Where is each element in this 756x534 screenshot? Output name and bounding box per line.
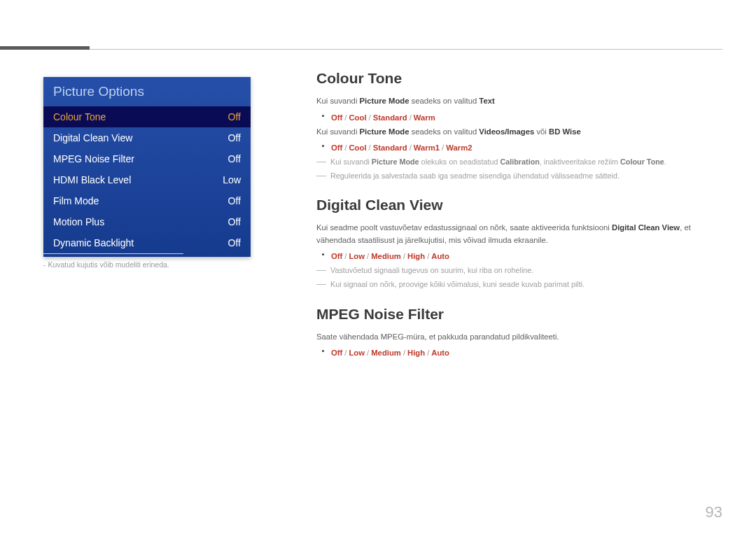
note-text: Kui signaal on nõrk, proovige kõiki võim…: [330, 279, 584, 290]
heading-mpeg-noise-filter: MPEG Noise Filter: [316, 306, 722, 323]
menu-item-value: Off: [228, 237, 241, 248]
bold-videos-images: Videos/Images: [479, 127, 534, 136]
option-cool: Cool: [349, 113, 366, 122]
menu-item-motion-plus[interactable]: Motion Plus Off: [43, 211, 251, 232]
heading-colour-tone: Colour Tone: [316, 70, 722, 87]
text: .: [664, 157, 666, 166]
footnote: - Kuvatud kujutis võib mudeliti erineda.: [43, 260, 169, 269]
text: seadeks on valitud: [409, 127, 479, 136]
dash-icon: ―: [316, 156, 326, 167]
text: Kui suvandi: [330, 157, 372, 166]
option-high: High: [407, 252, 425, 260]
dcv-note2: ― Kui signaal on nõrk, proovige kõiki võ…: [316, 279, 722, 290]
option-auto: Auto: [431, 252, 449, 260]
menu-item-label: Dynamic Backlight: [53, 237, 134, 248]
menu-item-hdmi-black-level[interactable]: HDMI Black Level Low: [43, 169, 251, 190]
dcv-note1: ― Vastuvõetud signaali tugevus on suurim…: [316, 265, 722, 276]
header-rule: [90, 49, 722, 50]
option-off: Off: [331, 252, 342, 260]
menu-item-label: Film Mode: [53, 195, 99, 206]
option-auto: Auto: [431, 349, 449, 357]
page-number: 93: [706, 503, 722, 521]
ct-opts1: Off/Cool/Standard/Warm: [322, 111, 722, 123]
header-accent-bar: [0, 46, 90, 50]
ct-line2: Kui suvandi Picture Mode seadeks on vali…: [316, 126, 722, 139]
dash-icon: ―: [316, 279, 326, 289]
text: Kui suvandi: [316, 127, 360, 136]
dcv-opts: Off/Low/Medium/High/Auto: [322, 249, 722, 262]
content-column: Colour Tone Kui suvandi Picture Mode sea…: [316, 70, 722, 361]
option-off: Off: [331, 143, 342, 152]
bold-picture-mode: Picture Mode: [360, 97, 410, 105]
footnote-dash: -: [43, 260, 46, 269]
text: , inaktiveeritakse režiim: [540, 157, 620, 166]
menu-item-value: Off: [228, 195, 241, 206]
menu-item-mpeg-noise-filter[interactable]: MPEG Noise Filter Off: [43, 148, 251, 169]
option-list: Off/Cool/Standard/Warm: [331, 111, 435, 123]
option-warm1: Warm1: [414, 143, 440, 152]
text: olekuks on seadistatud: [419, 157, 500, 166]
bullet-icon: [322, 350, 324, 352]
note-text: Kui suvandi Picture Mode olekuks on sead…: [330, 156, 666, 168]
note-text: Vastuvõetud signaali tugevus on suurim, …: [330, 265, 533, 276]
option-low: Low: [349, 252, 365, 260]
menu-item-value: Off: [228, 111, 241, 122]
picture-options-menu: Picture Options Colour Tone Off Digital …: [43, 77, 251, 257]
text: Kui seadme poolt vastuvõetav edastussign…: [316, 223, 612, 232]
menu-item-colour-tone[interactable]: Colour Tone Off: [43, 106, 251, 127]
option-high: High: [407, 349, 425, 357]
option-warm: Warm: [414, 113, 435, 122]
menu-item-label: HDMI Black Level: [53, 174, 131, 185]
menu-item-film-mode[interactable]: Film Mode Off: [43, 190, 251, 211]
ct-note1: ― Kui suvandi Picture Mode olekuks on se…: [316, 156, 722, 168]
menu-item-label: Motion Plus: [53, 216, 104, 227]
menu-item-value: Off: [228, 153, 241, 164]
menu-item-value: Low: [223, 174, 241, 185]
menu-item-value: Off: [228, 216, 241, 227]
option-list: Off/Low/Medium/High/Auto: [331, 249, 449, 262]
menu-item-label: Colour Tone: [53, 111, 106, 122]
bold-picture-mode: Picture Mode: [360, 127, 410, 136]
option-standard: Standard: [373, 143, 407, 152]
dash-icon: ―: [316, 170, 326, 181]
option-list: Off/Low/Medium/High/Auto: [331, 346, 449, 358]
menu-item-label: Digital Clean View: [53, 132, 132, 143]
option-low: Low: [349, 349, 365, 357]
bullet-icon: [322, 253, 324, 255]
ct-opts2: Off/Cool/Standard/Warm1/Warm2: [322, 141, 722, 153]
option-cool: Cool: [349, 143, 366, 152]
footnote-rule: [43, 253, 183, 254]
dash-icon: ―: [316, 265, 326, 275]
menu-item-value: Off: [228, 132, 241, 143]
bold-digital-clean-view: Digital Clean View: [612, 223, 680, 232]
option-medium: Medium: [371, 252, 401, 260]
option-list: Off/Cool/Standard/Warm1/Warm2: [331, 141, 472, 153]
option-medium: Medium: [371, 349, 401, 357]
bold-bd-wise: BD Wise: [549, 127, 581, 136]
option-standard: Standard: [373, 113, 407, 122]
footnote-text: Kuvatud kujutis võib mudeliti erineda.: [48, 260, 169, 269]
ct-line1: Kui suvandi Picture Mode seadeks on vali…: [316, 95, 722, 108]
bold-text: Text: [479, 97, 494, 105]
option-off: Off: [331, 113, 342, 122]
menu-item-digital-clean-view[interactable]: Digital Clean View Off: [43, 127, 251, 148]
dcv-para: Kui seadme poolt vastuvõetav edastussign…: [316, 222, 722, 246]
bold-calibration: Calibration: [500, 157, 539, 166]
mpeg-opts: Off/Low/Medium/High/Auto: [322, 346, 722, 358]
option-warm2: Warm2: [446, 143, 472, 152]
bold-colour-tone: Colour Tone: [620, 157, 664, 166]
option-off: Off: [331, 349, 342, 357]
ct-note2: ― Reguleerida ja salvestada saab iga sea…: [316, 170, 722, 182]
mpeg-para: Saate vähendada MPEG-müra, et pakkuda pa…: [316, 331, 722, 344]
note-text: Reguleerida ja salvestada saab iga seadm…: [330, 170, 620, 182]
text: või: [534, 127, 549, 136]
text: seadeks on valitud: [409, 97, 479, 105]
text: Kui suvandi: [316, 97, 360, 105]
menu-title: Picture Options: [43, 77, 251, 106]
bullet-icon: [322, 115, 324, 117]
heading-digital-clean-view: Digital Clean View: [316, 197, 722, 213]
bullet-icon: [322, 145, 324, 147]
bold-picture-mode: Picture Mode: [372, 157, 419, 166]
menu-item-label: MPEG Noise Filter: [53, 153, 134, 164]
